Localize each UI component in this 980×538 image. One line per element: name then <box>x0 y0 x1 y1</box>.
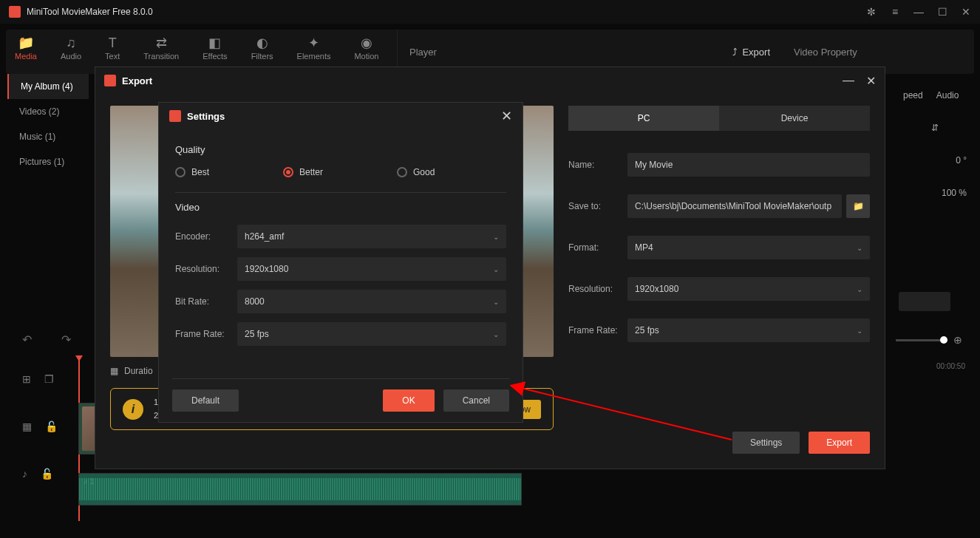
resolution-label: Resolution: <box>175 264 237 274</box>
close-button[interactable]: ✕ <box>961 7 971 17</box>
motion-icon: ◉ <box>361 35 372 50</box>
flip-icon[interactable]: ⇵ <box>903 123 967 133</box>
app-title: MiniTool MovieMaker Free 8.0.0 <box>27 7 866 17</box>
album-list: My Album (4) Videos (2) Music (1) Pictur… <box>7 74 89 174</box>
chevron-down-icon: ⌄ <box>857 285 862 293</box>
saveto-input[interactable]: C:\Users\bj\Documents\MiniTool MovieMake… <box>627 194 842 218</box>
tab-motion[interactable]: ◉Motion <box>354 35 378 68</box>
framerate-label: Frame Rate: <box>175 329 237 339</box>
album-item-videos[interactable]: Videos (2) <box>7 99 89 124</box>
minimize-button[interactable]: — <box>913 7 924 17</box>
lock-icon[interactable]: 🔓 <box>45 420 58 432</box>
filters-icon: ◐ <box>256 35 268 50</box>
minimize-button[interactable]: — <box>843 74 854 87</box>
settings-dialog: Settings ✕ Quality Best Better Good Vide… <box>158 102 523 423</box>
settings-button[interactable]: Settings <box>732 432 800 454</box>
tab-audio[interactable]: ♫Audio <box>61 35 81 68</box>
video-track-icon: ▦ <box>22 420 32 432</box>
zoom-slider[interactable]: ⊕ <box>896 334 970 346</box>
resolution-select[interactable]: 1920x1080⌄ <box>237 257 506 281</box>
saveto-label: Save to: <box>568 201 627 211</box>
opacity-value: 100 % <box>903 188 967 198</box>
effects-icon: ◧ <box>208 35 221 50</box>
album-item-music[interactable]: Music (1) <box>7 124 89 149</box>
quality-heading: Quality <box>175 144 506 155</box>
video-heading: Video <box>175 202 506 213</box>
format-label: Format: <box>568 242 627 253</box>
close-button[interactable]: ✕ <box>501 108 512 124</box>
resolution-label: Resolution: <box>568 284 627 294</box>
settings-title: Settings <box>187 111 501 122</box>
chevron-down-icon: ⌄ <box>493 330 499 338</box>
add-track-icon[interactable]: ⊞ <box>22 373 31 385</box>
elements-icon: ✦ <box>308 35 319 50</box>
upload-icon: ⤴ <box>732 47 738 58</box>
transition-icon: ⇄ <box>156 35 167 50</box>
export-button[interactable]: Export <box>809 432 870 454</box>
music-note-icon: ♫ <box>66 35 76 50</box>
chevron-down-icon: ⌄ <box>493 265 499 273</box>
tab-transition[interactable]: ⇄Transition <box>143 35 179 68</box>
property-panel: peed Audio ⇵ 0 ° 100 % <box>894 81 976 207</box>
tab-pc[interactable]: PC <box>568 106 719 131</box>
info-icon: i <box>123 399 143 420</box>
export-toolbar-button[interactable]: ⤴ Export <box>732 47 770 58</box>
app-logo-icon <box>104 75 116 86</box>
framerate-label: Frame Rate: <box>568 325 627 336</box>
rotation-value: 0 ° <box>903 155 967 166</box>
overlay-icon[interactable]: ❐ <box>44 373 54 385</box>
app-logo-icon <box>9 6 21 18</box>
duration-label: Duratio <box>124 366 153 376</box>
player-label: Player <box>409 47 437 58</box>
tab-speed[interactable]: peed <box>903 90 923 101</box>
tab-device[interactable]: Device <box>719 106 870 131</box>
chevron-down-icon: ⌄ <box>493 233 499 241</box>
album-item-myalbum[interactable]: My Album (4) <box>7 74 89 99</box>
audio-track-clip[interactable]: ♪ 1 <box>78 473 522 505</box>
tab-media[interactable]: 📁Media <box>15 35 37 68</box>
browse-button[interactable]: 📁 <box>846 194 870 218</box>
app-logo-icon <box>169 110 181 122</box>
radio-best[interactable]: Best <box>175 167 209 177</box>
audio-track-icon: ♪ <box>22 468 27 480</box>
name-label: Name: <box>568 160 627 170</box>
undo-icon[interactable]: ↶ <box>22 333 32 347</box>
album-item-pictures[interactable]: Pictures (1) <box>7 149 89 174</box>
redo t-icon[interactable]: ↷ <box>61 333 71 347</box>
folder-icon: 📁 <box>853 201 864 211</box>
radio-better[interactable]: Better <box>283 167 323 177</box>
bitrate-select[interactable]: 8000⌄ <box>237 290 506 313</box>
tab-text[interactable]: TText <box>105 35 120 68</box>
plus-icon[interactable]: ⊕ <box>953 334 962 346</box>
time-label: 00:00:50 <box>936 362 965 370</box>
menu-icon[interactable]: ≡ <box>890 7 900 17</box>
format-select[interactable]: MP4⌄ <box>627 236 870 259</box>
ok-button[interactable]: OK <box>383 389 434 412</box>
key-icon[interactable]: ✼ <box>866 7 877 17</box>
tab-elements[interactable]: ✦Elements <box>297 35 331 68</box>
chevron-down-icon: ⌄ <box>857 327 862 335</box>
folder-icon: 📁 <box>18 35 34 50</box>
film-icon: ▦ <box>110 366 118 376</box>
maximize-button[interactable]: ☐ <box>937 7 947 17</box>
name-input[interactable]: My Movie <box>627 153 870 177</box>
framerate-select[interactable]: 25 fps⌄ <box>237 322 506 346</box>
framerate-select[interactable]: 25 fps⌄ <box>627 319 870 342</box>
resolution-select[interactable]: 1920x1080⌄ <box>627 277 870 301</box>
chevron-down-icon: ⌄ <box>857 244 862 252</box>
default-button[interactable]: Default <box>172 389 239 412</box>
encoder-select[interactable]: h264_amf⌄ <box>237 225 506 248</box>
tab-effects[interactable]: ◧Effects <box>203 35 227 68</box>
lock-icon[interactable]: 🔓 <box>41 468 53 480</box>
reset-button[interactable] <box>899 292 950 311</box>
close-button[interactable]: ✕ <box>866 74 876 88</box>
bitrate-label: Bit Rate: <box>175 296 237 307</box>
tab-audio-prop[interactable]: Audio <box>936 90 959 101</box>
radio-good[interactable]: Good <box>397 167 435 177</box>
cancel-button[interactable]: Cancel <box>443 389 509 412</box>
text-icon: T <box>109 35 117 50</box>
export-title: Export <box>122 75 831 86</box>
chevron-down-icon: ⌄ <box>493 298 499 306</box>
titlebar: MiniTool MovieMaker Free 8.0.0 ✼ ≡ — ☐ ✕ <box>0 0 980 24</box>
tab-filters[interactable]: ◐Filters <box>251 35 273 68</box>
